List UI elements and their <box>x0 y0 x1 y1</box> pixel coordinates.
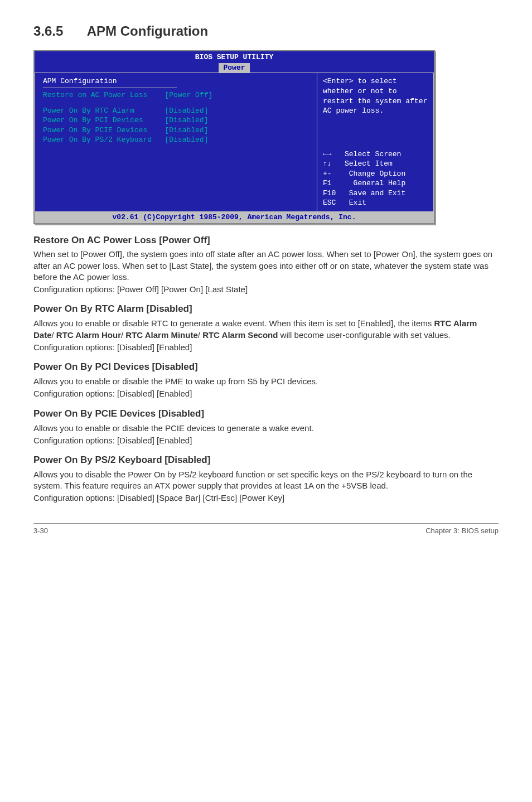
bios-key-row: +- Change Option <box>323 169 428 179</box>
subsection-config-options: Configuration options: [Disabled] [Space… <box>33 492 499 504</box>
bios-setting-row: Power On By PCIE Devices [Disabled] <box>43 125 309 136</box>
subsection-config-options: Configuration options: [Power Off] [Powe… <box>33 284 499 295</box>
subsection-config-options: Configuration options: [Disabled] [Enabl… <box>33 342 499 353</box>
bios-hint: <Enter> to select whether or not to rest… <box>323 76 428 115</box>
page-number: 3-30 <box>33 526 48 536</box>
subsection-body: Allows you to disable the Power On by PS… <box>33 469 499 492</box>
bios-left-panel: APM Configuration Restore on AC Power Lo… <box>35 73 317 211</box>
subsection-body: Allows you to enable or disable the PME … <box>33 376 499 387</box>
section-number: 3.6.5 <box>33 22 84 40</box>
bios-keys: ←→ Select Screen↑↓ Select Item+- Change … <box>323 149 428 208</box>
bios-setting-row: Power On By PS/2 Keyboard [Disabled] <box>43 135 309 145</box>
section-heading: 3.6.5 APM Configuration <box>33 22 499 40</box>
bios-setting-row: Power On By PCI Devices [Disabled] <box>43 115 309 125</box>
page-footer: 3-30 Chapter 3: BIOS setup <box>33 523 499 536</box>
bios-key-row: ESC Exit <box>323 198 428 208</box>
bios-setting-row: Power On By RTC Alarm [Disabled] <box>43 106 309 116</box>
bios-right-panel: <Enter> to select whether or not to rest… <box>317 73 434 211</box>
subsection-body: Allows you to enable or disable the PCIE… <box>33 423 499 434</box>
bios-tab-power: Power <box>219 63 249 73</box>
bios-config-title: APM Configuration <box>43 76 309 86</box>
bios-key-row: ←→ Select Screen <box>323 149 428 160</box>
subsection-title: Power On By PS/2 Keyboard [Disabled] <box>33 454 499 467</box>
bios-setting-row: Restore on AC Power Loss [Power Off] <box>43 90 309 100</box>
bios-screenshot: BIOS SETUP UTILITY Power APM Configurati… <box>33 50 435 224</box>
subsection-config-options: Configuration options: [Disabled] [Enabl… <box>33 435 499 446</box>
chapter-label: Chapter 3: BIOS setup <box>425 526 499 536</box>
subsection-body: Allows you to enable or disable RTC to g… <box>33 318 499 341</box>
subsection-title: Restore On AC Power Loss [Power Off] <box>33 234 499 247</box>
bios-title: BIOS SETUP UTILITY <box>195 53 273 61</box>
bios-footer: v02.61 (C)Copyright 1985-2009, American … <box>35 212 434 223</box>
subsection-title: Power On By PCIE Devices [Disabled] <box>33 408 499 421</box>
divider <box>43 88 177 88</box>
subsection-title: Power On By PCI Devices [Disabled] <box>33 361 499 374</box>
bios-key-row: F10 Save and Exit <box>323 189 428 199</box>
bios-header: BIOS SETUP UTILITY Power <box>35 51 434 73</box>
bios-key-row: F1 General Help <box>323 178 428 189</box>
subsection-title: Power On By RTC Alarm [Disabled] <box>33 303 499 316</box>
subsection-body: When set to [Power Off], the system goes… <box>33 249 499 283</box>
bios-key-row: ↑↓ Select Item <box>323 159 428 169</box>
subsection-config-options: Configuration options: [Disabled] [Enabl… <box>33 388 499 399</box>
section-title-text: APM Configuration <box>87 23 208 38</box>
